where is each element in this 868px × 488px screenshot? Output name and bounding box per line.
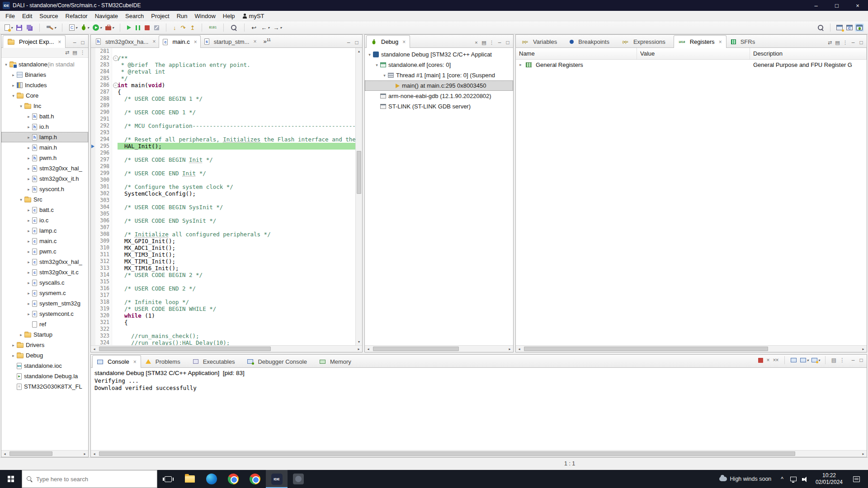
perspective-button[interactable]	[855, 22, 864, 33]
tree-item[interactable]: ▸ c pwm.c	[1, 246, 88, 257]
fold-marker-icon[interactable]	[112, 285, 118, 292]
expand-arrow-icon[interactable]: ▸	[26, 301, 32, 306]
expand-arrow-icon[interactable]: ▸	[26, 208, 32, 212]
perspective-button[interactable]	[826, 22, 834, 33]
dropdown-arrow-icon[interactable]: ▾	[807, 358, 809, 362]
column-header-name[interactable]: Name	[516, 48, 637, 59]
fold-marker-icon[interactable]	[112, 244, 118, 251]
tree-item[interactable]: ▸ h lamp.h	[1, 132, 88, 142]
code-line[interactable]: 310 MX_ADC1_Init();	[91, 244, 355, 251]
view-toolbar-icon[interactable]: ×	[472, 40, 480, 46]
console-tab[interactable]: Console ×	[92, 355, 141, 368]
code-line[interactable]: 290 /* USER CODE END 1 */	[91, 109, 355, 116]
fold-marker-icon[interactable]	[112, 319, 118, 326]
view-tab[interactable]: 1010 Registers ×	[674, 35, 726, 48]
minimize-view-button[interactable]: –	[71, 39, 79, 46]
perspective-button[interactable]	[835, 22, 844, 33]
expand-arrow-icon[interactable]: ▾	[374, 63, 380, 67]
fold-marker-icon[interactable]	[112, 109, 118, 116]
toolbar-button[interactable]	[15, 22, 24, 33]
expand-arrow-icon[interactable]: ▸	[10, 353, 16, 358]
fold-marker-icon[interactable]	[112, 156, 118, 163]
view-tab[interactable]: SFRs	[726, 36, 764, 47]
toolbar-button[interactable]	[229, 22, 240, 33]
dropdown-arrow-icon[interactable]: ▾	[818, 358, 820, 362]
tree-item[interactable]: ▸ h pwm.h	[1, 153, 88, 163]
code-line[interactable]: 300	[91, 177, 355, 183]
minimize-view-button[interactable]: –	[849, 39, 857, 46]
maximize-view-button[interactable]: □	[79, 39, 87, 46]
fold-marker-icon[interactable]	[112, 89, 118, 95]
expand-arrow-icon[interactable]: ▸	[26, 218, 32, 223]
tree-item[interactable]: ▾ Core	[1, 90, 88, 101]
network-icon[interactable]	[788, 477, 799, 481]
fold-marker-icon[interactable]	[112, 326, 118, 333]
tree-item[interactable]: ▸ h main.h	[1, 142, 88, 153]
tree-item[interactable]: ▸ c stm32g0xx_hal_	[1, 257, 88, 267]
window-minimize-button[interactable]: –	[806, 0, 826, 11]
tree-item[interactable]: ▸ c system_stm32g	[1, 298, 88, 309]
fold-marker-icon[interactable]	[112, 224, 118, 231]
toolbar-button[interactable]: ↩	[250, 22, 259, 33]
menu-item[interactable]: File	[2, 11, 19, 21]
tree-item[interactable]: ▾ Src	[1, 194, 88, 205]
expand-arrow-icon[interactable]: ▾	[18, 197, 24, 202]
menu-item[interactable]: Window	[191, 11, 219, 21]
fold-marker-icon[interactable]	[112, 75, 118, 82]
close-view-icon[interactable]: ×	[719, 39, 722, 45]
code-line[interactable]: 291	[91, 116, 355, 122]
dropdown-arrow-icon[interactable]: ▾	[87, 26, 89, 30]
editor-tab[interactable]: c main.c ×	[159, 35, 200, 48]
toolbar-button[interactable]	[25, 22, 35, 33]
code-line[interactable]: 314 /* USER CODE BEGIN 2 */	[91, 272, 355, 278]
scroll-right-arrow[interactable]: ▸	[506, 346, 513, 352]
hidden-icons-chevron[interactable]: ^	[777, 476, 788, 482]
expand-arrow-icon[interactable]: ▸	[26, 312, 32, 316]
fold-marker-icon[interactable]	[112, 68, 118, 75]
toolbar-button[interactable]: ▾	[3, 22, 14, 33]
tree-item[interactable]: ▸ Includes	[1, 80, 88, 90]
expand-arrow-icon[interactable]: ▸	[26, 270, 32, 275]
scrollbar-thumb[interactable]	[357, 151, 361, 194]
view-toolbar-icon[interactable]: ⋮	[488, 40, 495, 46]
code-line[interactable]: 316 /* USER CODE END 2 */	[91, 285, 355, 292]
view-toolbar-icon[interactable]: ▤	[834, 40, 841, 46]
fold-marker-icon[interactable]	[112, 170, 118, 177]
menu-item[interactable]: Project	[147, 11, 173, 21]
code-line[interactable]: 304 /* USER CODE BEGIN SysInit */	[91, 204, 355, 211]
fold-marker-icon[interactable]	[112, 163, 118, 170]
console-toolbar-button[interactable]: ▤	[831, 355, 837, 366]
code-line[interactable]: 295 HAL_Init();	[91, 143, 355, 150]
registers-horizontal-scrollbar[interactable]: ◂ ▸	[516, 345, 867, 352]
menu-item[interactable]: Search	[122, 11, 147, 21]
volume-icon[interactable]	[799, 476, 811, 482]
fold-marker-icon[interactable]	[112, 272, 118, 278]
code-line[interactable]: 311 MX_TIM3_Init();	[91, 251, 355, 258]
tree-item[interactable]: ▸ c sysmem.c	[1, 288, 88, 298]
expand-arrow-icon[interactable]: ▸	[26, 229, 32, 233]
code-line[interactable]: 293	[91, 129, 355, 136]
scroll-left-arrow[interactable]: ◂	[1, 450, 8, 457]
expand-arrow-icon[interactable]: ▸	[26, 135, 32, 140]
debug-tree-item[interactable]: ▾ standalone.elf [cores: 0]	[365, 60, 513, 70]
taskbar-app-button[interactable]	[288, 470, 309, 488]
fold-marker-icon[interactable]	[112, 211, 118, 217]
code-editor[interactable]: 281 282 /** 283	[91, 48, 362, 345]
menu-item[interactable]: Edit	[19, 11, 36, 21]
view-toolbar-icon[interactable]: ⇄	[826, 40, 834, 46]
code-line[interactable]: 312 MX_TIM1_Init();	[91, 258, 355, 265]
scroll-left-arrow[interactable]: ◂	[365, 346, 372, 352]
close-tab-icon[interactable]: ×	[253, 38, 256, 45]
code-line[interactable]: 315	[91, 278, 355, 285]
fold-marker-icon[interactable]	[112, 122, 118, 129]
fold-marker-icon[interactable]	[112, 102, 118, 109]
minimize-view-button[interactable]: –	[344, 39, 353, 46]
taskbar-app-button[interactable]	[157, 470, 179, 488]
debug-tree-item[interactable]: ▾ Thread #1 [main] 1 [core: 0] (Suspend	[365, 70, 513, 80]
toolbar-button[interactable]: ↓	[172, 22, 179, 33]
console-toolbar-button[interactable]	[791, 355, 797, 366]
tree-item[interactable]: ▸ c syscalls.c	[1, 277, 88, 288]
menu-item[interactable]: Help	[219, 11, 239, 21]
code-line[interactable]: 296	[91, 150, 355, 156]
editor-tab[interactable]: h stm32g0xx_ha... ×	[92, 36, 159, 47]
